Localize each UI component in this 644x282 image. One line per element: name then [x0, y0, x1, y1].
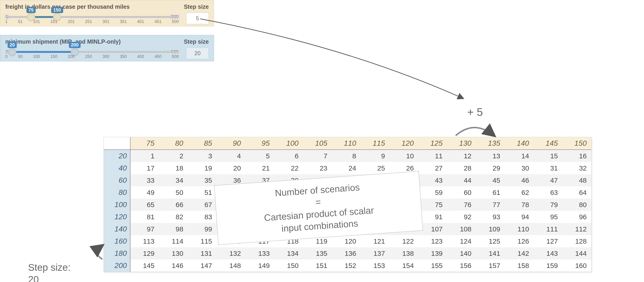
table-cell: 115 [188, 235, 216, 247]
table-cell: 128 [562, 235, 591, 247]
table-cell: 67 [188, 199, 216, 211]
table-cell: 124 [447, 235, 476, 247]
table-cell: 65 [130, 199, 159, 211]
column-header: 85 [188, 137, 216, 150]
table-cell: 24 [332, 162, 361, 174]
table-cell: 150 [274, 260, 303, 272]
freight-tick: 351 [120, 19, 127, 24]
column-header: 145 [534, 137, 562, 150]
freight-step-label: Step size [184, 3, 209, 10]
table-cell: 22 [274, 162, 303, 174]
table-cell: 108 [447, 223, 476, 235]
table-cell: 8 [332, 150, 361, 162]
shipment-tick: 100 [33, 54, 40, 59]
shipment-high-bubble: 200 [69, 42, 80, 48]
shipment-slider[interactable]: 0 500 20 200 050100150200250300350400450… [5, 51, 179, 59]
column-header: 120 [390, 137, 418, 150]
shipment-tick: 250 [85, 54, 92, 59]
shipment-tick: 450 [154, 54, 161, 59]
row-header: 140 [104, 223, 130, 235]
table-cell: 32 [562, 162, 591, 174]
table-cell: 3 [188, 150, 216, 162]
shipment-tick: 400 [137, 54, 144, 59]
table-cell: 80 [562, 199, 591, 211]
table-cell: 62 [505, 186, 534, 199]
freight-tick: 451 [154, 19, 161, 24]
table-cell: 25 [361, 162, 390, 174]
table-cell: 136 [332, 247, 361, 260]
table-cell: 6 [274, 150, 303, 162]
shipment-ticks: 050100150200250300350400450500 [5, 54, 179, 59]
freight-tick: 201 [68, 19, 75, 24]
shipment-track[interactable]: 20 200 [5, 51, 179, 53]
table-cell: 11 [418, 150, 447, 162]
annotation-plus5: + 5 [467, 106, 483, 118]
freight-low-bubble: 75 [26, 7, 36, 13]
freight-tick: 301 [102, 19, 109, 24]
shipment-step-input[interactable]: 20 [186, 48, 209, 59]
freight-tick: 51 [18, 19, 22, 24]
table-cell: 95 [534, 211, 562, 223]
table-cell: 75 [418, 199, 447, 211]
table-row: 2001451461471481491501511521531541551561… [104, 260, 591, 272]
table-cell: 83 [188, 211, 216, 223]
table-cell: 1 [130, 150, 159, 162]
shipment-tick: 50 [18, 54, 22, 59]
freight-slider-panel: freight in dollars per case per thousand… [0, 0, 214, 26]
table-cell: 14 [505, 150, 534, 162]
row-header: 200 [104, 260, 130, 272]
row-header: 160 [104, 235, 130, 247]
table-cell: 76 [447, 199, 476, 211]
table-cell: 17 [130, 162, 159, 174]
table-cell: 96 [562, 211, 591, 223]
table-cell: 153 [361, 260, 390, 272]
table-cell: 64 [562, 186, 591, 199]
table-cell: 132 [217, 247, 246, 260]
table-cell: 129 [130, 247, 159, 260]
freight-step-input[interactable]: 5 [186, 13, 209, 24]
table-cell: 94 [505, 211, 534, 223]
table-cell: 15 [534, 150, 562, 162]
row-header: 100 [104, 199, 130, 211]
table-cell: 140 [447, 247, 476, 260]
table-cell: 78 [505, 199, 534, 211]
table-cell: 4 [217, 150, 246, 162]
table-cell: 110 [505, 223, 534, 235]
row-header: 20 [104, 150, 130, 162]
table-row: 1601131141151161171181191201211221231241… [104, 235, 591, 247]
table-cell: 138 [390, 247, 418, 260]
freight-tick: 401 [137, 19, 144, 24]
table-row: 2012345678910111213141516 [104, 150, 591, 162]
table-cell: 5 [246, 150, 274, 162]
shipment-low-bubble: 20 [8, 42, 17, 48]
table-cell: 12 [447, 150, 476, 162]
row-header: 60 [104, 174, 130, 186]
table-cell: 51 [188, 186, 216, 199]
table-cell: 2 [159, 150, 188, 162]
table-corner [104, 137, 130, 150]
column-header: 75 [130, 137, 159, 150]
table-cell: 79 [534, 199, 562, 211]
freight-slider[interactable]: 1 500 75 150 151101151201251301351401451… [5, 16, 179, 24]
table-cell: 134 [274, 247, 303, 260]
table-cell: 133 [246, 247, 274, 260]
table-cell: 91 [418, 211, 447, 223]
table-cell: 45 [476, 174, 505, 186]
table-cell: 122 [390, 235, 418, 247]
table-cell: 146 [159, 260, 188, 272]
column-header: 135 [476, 137, 505, 150]
table-cell: 34 [159, 174, 188, 186]
column-header: 130 [447, 137, 476, 150]
freight-ticks: 151101151201251301351401451500 [5, 19, 179, 24]
table-cell: 159 [534, 260, 562, 272]
column-header: 100 [274, 137, 303, 150]
table-cell: 98 [159, 223, 188, 235]
table-cell: 44 [447, 174, 476, 186]
table-cell: 123 [418, 235, 447, 247]
table-cell: 27 [418, 162, 447, 174]
table-cell: 147 [188, 260, 216, 272]
column-header: 80 [159, 137, 188, 150]
table-cell: 125 [476, 235, 505, 247]
freight-high-bubble: 150 [51, 7, 63, 13]
freight-track[interactable]: 75 150 [5, 16, 179, 18]
